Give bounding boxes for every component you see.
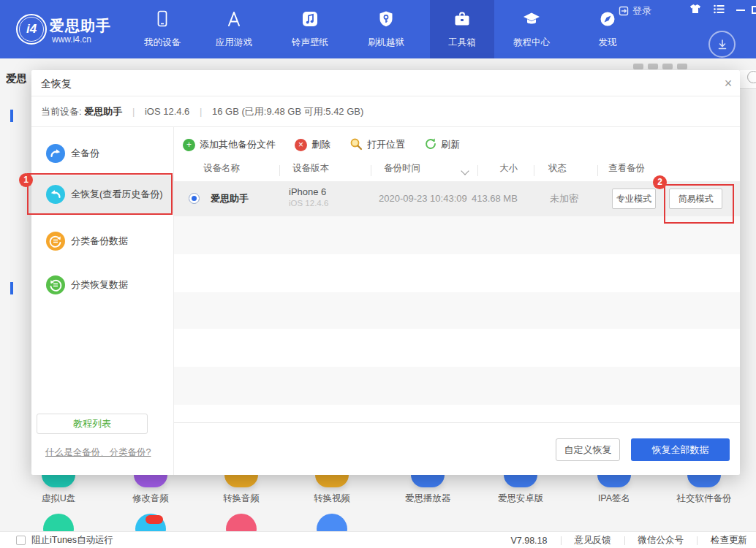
- app-label[interactable]: IPA签名: [568, 492, 660, 505]
- col-header-backup-time[interactable]: 备份时间: [384, 162, 420, 175]
- sidebar-item-category-backup[interactable]: 分类备份数据: [31, 228, 174, 254]
- obscured-text-fragment: [633, 64, 643, 69]
- add-backup-button[interactable]: + 添加其他备份文件: [183, 138, 276, 151]
- magnifier-icon: [349, 137, 363, 153]
- login-icon: [619, 6, 629, 16]
- nav-item-flash-jailbreak[interactable]: 刷机越狱: [354, 0, 418, 58]
- column-divider: [534, 165, 534, 176]
- search-icon[interactable]: [747, 71, 756, 83]
- row-device-version: iPhone 6 iOS 12.4.6: [289, 186, 328, 208]
- login-button[interactable]: 登录: [619, 4, 651, 18]
- divider: [174, 422, 740, 423]
- add-icon: +: [183, 139, 195, 151]
- sidebar-item-category-restore[interactable]: 分类恢复数据: [31, 272, 174, 298]
- app-label[interactable]: 虚拟U盘: [12, 492, 105, 505]
- logo-monogram: i4: [26, 22, 37, 37]
- section-marker: [10, 110, 13, 122]
- empty-row-stripe: [174, 216, 740, 254]
- category-backup-icon: [46, 232, 65, 251]
- divider: [561, 536, 562, 545]
- nav-item-ringtones-wallpapers[interactable]: 铃声壁纸: [278, 0, 342, 58]
- maximize-button[interactable]: [749, 4, 756, 15]
- app-label[interactable]: 转换音频: [195, 492, 287, 505]
- row-size: 413.68 MB: [472, 181, 518, 216]
- delete-button[interactable]: × 删除: [295, 138, 330, 151]
- pro-mode-button[interactable]: 专业模式: [612, 189, 656, 209]
- refresh-icon: [424, 137, 436, 152]
- app-label[interactable]: 爱思安卓版: [475, 492, 567, 505]
- version-label: V7.98.18: [510, 536, 547, 546]
- minimize-button[interactable]: [734, 4, 747, 16]
- app-label[interactable]: 爱思播放器: [382, 492, 474, 505]
- appstore-icon: [224, 9, 243, 28]
- col-header-size[interactable]: 大小: [499, 162, 518, 175]
- obscured-text-fragment: [677, 64, 687, 69]
- tutorial-list-button[interactable]: 教程列表: [37, 414, 148, 434]
- divider: [624, 536, 625, 545]
- column-divider: [597, 165, 598, 176]
- full-backup-icon: [46, 144, 65, 163]
- col-header-view-backup[interactable]: 查看备份: [608, 162, 645, 175]
- backup-toolbar: + 添加其他备份文件 × 删除 打开位置 刷新: [183, 127, 460, 162]
- row-backup-time: 2020-09-23 10:43:09: [379, 181, 467, 216]
- menu-list-icon[interactable]: [712, 3, 725, 15]
- app-label[interactable]: 转换视频: [286, 492, 378, 505]
- theme-icon[interactable]: [689, 3, 702, 15]
- app-label[interactable]: 社交软件备份: [658, 492, 750, 505]
- app-label[interactable]: 修改音频: [105, 492, 197, 505]
- device-os: iOS 12.4.6: [145, 106, 189, 117]
- download-button[interactable]: [708, 31, 736, 58]
- col-header-device-version[interactable]: 设备版本: [292, 162, 329, 175]
- divider: [697, 536, 698, 545]
- full-restore-dialog: 全恢复 × 当前设备: 爱思助手 | iOS 12.4.6 | 16 GB (已…: [31, 70, 740, 475]
- close-icon[interactable]: ×: [719, 74, 738, 93]
- annotation-box-step1: [27, 173, 173, 215]
- sidebar-item-full-backup[interactable]: 全备份: [31, 140, 174, 167]
- empty-row-stripe: [174, 367, 740, 405]
- nav-item-my-devices[interactable]: 我的设备: [130, 0, 194, 58]
- row-status: 未加密: [550, 181, 578, 216]
- app-icon-convert-video[interactable]: [315, 475, 349, 487]
- compass-icon: [598, 9, 617, 28]
- col-header-device-name[interactable]: 设备名称: [203, 162, 240, 175]
- annotation-badge-step1: 1: [19, 173, 33, 187]
- custom-restore-button[interactable]: 自定义恢复: [556, 438, 620, 461]
- status-bar: 阻止iTunes自动运行 V7.98.18 意见反馈 微信公众号 检查更新: [0, 531, 756, 548]
- app-icon-social-backup[interactable]: [687, 475, 721, 487]
- prevent-itunes-label: 阻止iTunes自动运行: [31, 532, 113, 548]
- refresh-button[interactable]: 刷新: [424, 137, 460, 152]
- nav-item-tutorial-center[interactable]: 教程中心: [499, 0, 564, 58]
- prevent-itunes-checkbox[interactable]: [16, 536, 26, 545]
- dialog-title: 全恢复: [41, 70, 72, 96]
- dialog-titlebar: 全恢复 ×: [31, 70, 740, 96]
- new-badge: [145, 515, 163, 524]
- feedback-link[interactable]: 意见反馈: [575, 534, 611, 547]
- row-device-name: 爱思助手: [211, 181, 249, 216]
- app-icon-virtual-usb[interactable]: [42, 475, 75, 487]
- app-icon-ipa-sign[interactable]: [597, 475, 631, 487]
- app-icon-edit-audio[interactable]: [134, 475, 167, 487]
- column-divider: [279, 165, 280, 176]
- column-divider: [477, 165, 478, 176]
- app-icon-convert-audio[interactable]: [224, 475, 258, 487]
- col-header-status[interactable]: 状态: [548, 162, 567, 175]
- row-radio-button[interactable]: [189, 193, 200, 204]
- restore-all-button[interactable]: 恢复全部数据: [631, 438, 730, 461]
- check-update-link[interactable]: 检查更新: [711, 534, 747, 547]
- music-note-icon: [300, 9, 320, 28]
- sort-descending-icon[interactable]: [461, 167, 469, 175]
- device-icon: [153, 9, 172, 28]
- divider: [740, 88, 756, 89]
- device-name: 爱思助手: [84, 106, 122, 117]
- nav-item-apps-games[interactable]: 应用游戏: [202, 0, 266, 58]
- backup-help-link[interactable]: 什么是全备份、分类备份?: [45, 446, 151, 459]
- wechat-link[interactable]: 微信公众号: [638, 534, 684, 547]
- app-icon-android-version[interactable]: [504, 475, 537, 487]
- section-marker: [10, 282, 13, 294]
- current-device-info: 当前设备: 爱思助手 | iOS 12.4.6 | 16 GB (已用:9.48…: [31, 96, 740, 127]
- nav-item-toolbox[interactable]: 工具箱: [430, 0, 494, 58]
- annotation-box-step2: [664, 184, 734, 224]
- app-icon-player[interactable]: [411, 475, 445, 487]
- annotation-badge-step2: 2: [653, 175, 667, 189]
- open-location-button[interactable]: 打开位置: [349, 137, 405, 153]
